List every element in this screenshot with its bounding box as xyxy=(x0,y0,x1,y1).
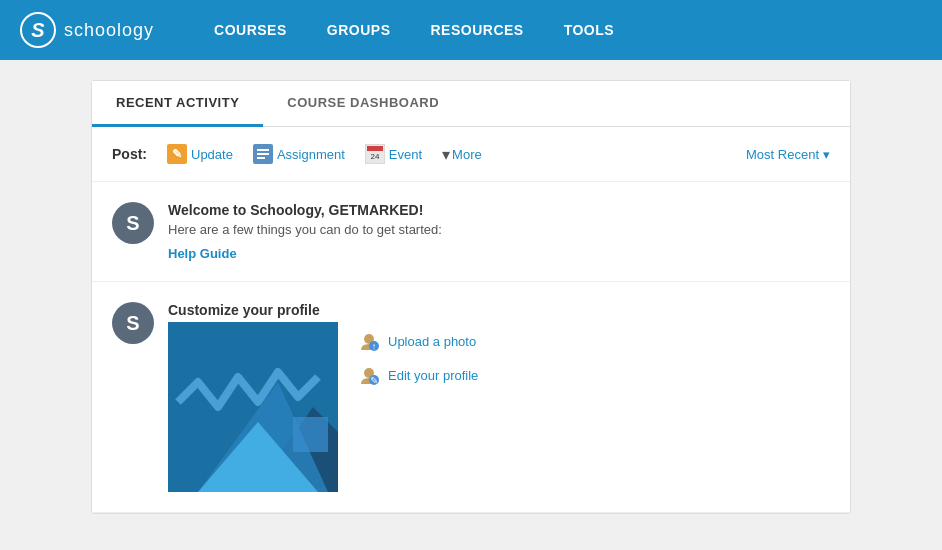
main-content: RECENT ACTIVITY COURSE DASHBOARD Post: ✎… xyxy=(0,60,942,534)
activity-item-welcome: S Welcome to Schoology, GETMARKED! Here … xyxy=(92,182,850,282)
logo-icon: S xyxy=(20,12,56,48)
profile-actions: ↑ Upload a photo ✎ xyxy=(358,322,478,492)
edit-profile-link[interactable]: ✎ Edit your profile xyxy=(358,364,478,386)
svg-rect-3 xyxy=(257,149,269,151)
post-update-button[interactable]: ✎ Update xyxy=(159,141,241,167)
logo-s-letter: S xyxy=(31,19,44,42)
assignment-label: Assignment xyxy=(277,147,345,162)
svg-text:24: 24 xyxy=(370,152,379,161)
edit-profile-icon: ✎ xyxy=(358,364,380,386)
avatar-welcome: S xyxy=(112,202,154,244)
avatar-letter: S xyxy=(126,212,139,235)
nav-tools[interactable]: TOOLS xyxy=(544,14,634,46)
logo: S schoology xyxy=(20,12,154,48)
nav-courses[interactable]: COURSES xyxy=(194,14,307,46)
more-label: More xyxy=(452,147,482,162)
event-label: Event xyxy=(389,147,422,162)
profile-title: Customize your profile xyxy=(168,302,830,318)
tab-bar: RECENT ACTIVITY COURSE DASHBOARD xyxy=(92,81,850,127)
post-assignment-button[interactable]: Assignment xyxy=(245,141,353,167)
tab-recent-activity[interactable]: RECENT ACTIVITY xyxy=(92,81,263,127)
avatar-letter-profile: S xyxy=(126,312,139,335)
most-recent-dropdown[interactable]: Most Recent ▾ xyxy=(746,147,830,162)
logo-text: schoology xyxy=(64,20,154,41)
activity-item-profile: S Customize your profile xyxy=(92,282,850,513)
post-event-button[interactable]: 24 Event xyxy=(357,141,430,167)
svg-rect-4 xyxy=(257,153,269,155)
profile-content: Customize your profile xyxy=(168,302,830,492)
avatar-profile: S xyxy=(112,302,154,344)
nav-groups[interactable]: GROUPS xyxy=(307,14,411,46)
svg-rect-12 xyxy=(293,417,328,452)
welcome-title: Welcome to Schoology, GETMARKED! xyxy=(168,202,830,218)
update-label: Update xyxy=(191,147,233,162)
upload-photo-icon: ↑ xyxy=(358,330,380,352)
most-recent-label: Most Recent xyxy=(746,147,819,162)
edit-profile-label: Edit your profile xyxy=(388,368,478,383)
welcome-content: Welcome to Schoology, GETMARKED! Here ar… xyxy=(168,202,830,261)
post-label: Post: xyxy=(112,146,147,162)
svg-text:↑: ↑ xyxy=(372,341,377,352)
header: S schoology COURSES GROUPS RESOURCES TOO… xyxy=(0,0,942,60)
tab-course-dashboard[interactable]: COURSE DASHBOARD xyxy=(263,81,463,127)
update-icon: ✎ xyxy=(167,144,187,164)
post-bar: Post: ✎ Update xyxy=(92,127,850,182)
svg-text:✎: ✎ xyxy=(370,375,378,386)
event-icon: 24 xyxy=(365,144,385,164)
upload-photo-label: Upload a photo xyxy=(388,334,476,349)
main-nav: COURSES GROUPS RESOURCES TOOLS xyxy=(194,14,634,46)
assignment-icon xyxy=(253,144,273,164)
more-button[interactable]: ▾ More xyxy=(434,142,490,167)
welcome-subtitle: Here are a few things you can do to get … xyxy=(168,222,830,237)
svg-rect-7 xyxy=(367,146,383,151)
svg-text:✎: ✎ xyxy=(172,147,182,161)
dropdown-arrow: ▾ xyxy=(442,145,450,164)
help-guide-link[interactable]: Help Guide xyxy=(168,246,237,261)
nav-resources[interactable]: RESOURCES xyxy=(410,14,543,46)
most-recent-arrow: ▾ xyxy=(823,147,830,162)
svg-rect-5 xyxy=(257,157,265,159)
content-card: RECENT ACTIVITY COURSE DASHBOARD Post: ✎… xyxy=(91,80,851,514)
upload-photo-link[interactable]: ↑ Upload a photo xyxy=(358,330,478,352)
profile-image-box xyxy=(168,322,338,492)
profile-section: ↑ Upload a photo ✎ xyxy=(168,322,830,492)
